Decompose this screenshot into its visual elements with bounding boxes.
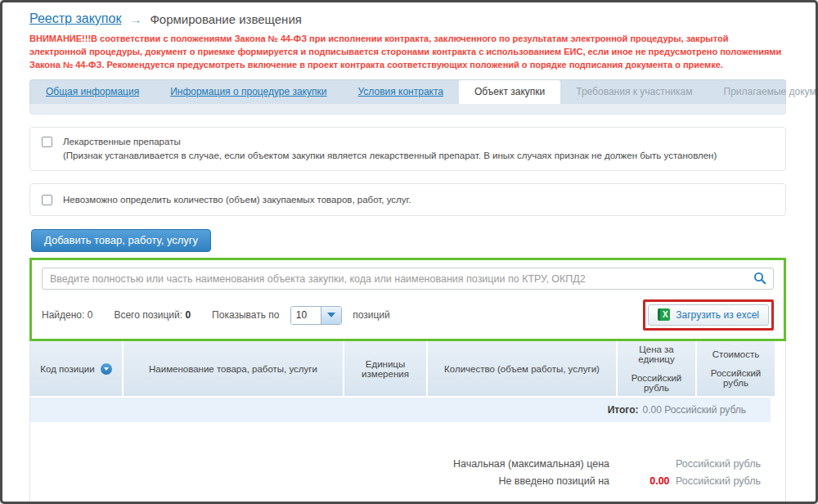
column-header-position-code: Код позиции bbox=[30, 341, 122, 396]
column-header-units: Единицы измерения bbox=[344, 341, 426, 396]
tab-contract-terms[interactable]: Условия контракта bbox=[343, 80, 460, 104]
unknown-quantity-label: Невозможно определить количество (объем)… bbox=[63, 193, 411, 207]
tab-procedure-info[interactable]: Информация о процедуре закупки bbox=[155, 80, 342, 104]
initial-max-price-currency: Российский рубль bbox=[609, 458, 761, 470]
page-size-control: Показывать по 10 позиций bbox=[212, 306, 390, 325]
not-entered-value-wrap: 0.00 Российский рубль bbox=[609, 475, 761, 487]
unknown-quantity-panel: Невозможно определить количество (объем)… bbox=[29, 183, 786, 216]
position-code-label: Код позиции bbox=[40, 364, 94, 374]
unknown-quantity-checkbox[interactable] bbox=[42, 195, 52, 205]
found-label: Найдено: bbox=[42, 309, 84, 321]
tab-bar: Общая информация Информация о процедуре … bbox=[29, 79, 786, 104]
search-icon[interactable] bbox=[753, 272, 766, 288]
page-size-select[interactable]: 10 bbox=[290, 306, 342, 325]
tab-participant-requirements: Требования к участникам bbox=[560, 80, 708, 104]
positions-table-panel: Код позиции Наименование товара, работы,… bbox=[29, 341, 786, 504]
breadcrumb: Реестр закупок → Формирование извещения bbox=[29, 11, 786, 26]
drug-flag-panel: Лекарственные препараты (Признак устанав… bbox=[29, 127, 786, 172]
price-summary: Начальная (максимальная) цена Российский… bbox=[30, 422, 785, 504]
load-from-excel-button[interactable]: X Загрузить из excel bbox=[648, 304, 769, 326]
column-header-quantity: Количество (объем работы, услуги) bbox=[428, 341, 616, 396]
tab-bar-strip bbox=[29, 104, 786, 115]
add-item-button[interactable]: Добавить товар, работу, услугу bbox=[31, 229, 211, 252]
initial-max-price-label: Начальная (максимальная) цена bbox=[453, 458, 609, 470]
cost-label: Стоимость bbox=[712, 349, 760, 359]
breadcrumb-arrow-icon: → bbox=[129, 12, 142, 26]
cost-currency: Российский рубль bbox=[702, 368, 770, 388]
search-input[interactable] bbox=[42, 268, 774, 290]
total-value: 0.00 Российский рубль bbox=[643, 404, 747, 416]
page-size-value: 10 bbox=[291, 307, 321, 324]
found-value: 0 bbox=[88, 309, 93, 321]
not-entered-label: Не введено позиций на bbox=[498, 475, 609, 487]
drug-flag-label: Лекарственные препараты bbox=[63, 135, 717, 149]
not-entered-amount: 0.00 bbox=[649, 475, 669, 487]
not-entered-currency: Российский рубль bbox=[676, 475, 761, 487]
drug-flag-note: (Признак устанавливается в случае, если … bbox=[63, 149, 717, 163]
annotation-red-box: X Загрузить из excel bbox=[643, 299, 774, 331]
app-window: Реестр закупок → Формирование извещения … bbox=[0, 0, 818, 504]
tab-attached-documents: Прилагаемые документы bbox=[708, 80, 818, 104]
not-entered-row: Не введено позиций на 0.00 Российский ру… bbox=[55, 475, 761, 487]
total-positions: Всего позиций: 0 bbox=[114, 309, 191, 321]
total-positions-label: Всего позиций: bbox=[114, 309, 182, 321]
attention-warning-text: ВНИМАНИЕ!!!В соответствии с положениями … bbox=[29, 33, 786, 72]
table-header-row: Код позиции Наименование товара, работы,… bbox=[30, 341, 766, 396]
total-positions-value: 0 bbox=[185, 309, 191, 321]
tab-purchase-object[interactable]: Объект закупки bbox=[459, 80, 560, 104]
tab-general-info[interactable]: Общая информация bbox=[30, 80, 155, 104]
total-label: Итого: bbox=[608, 404, 639, 416]
column-header-cost: Стоимость Российский рубль bbox=[697, 341, 775, 396]
chevron-down-icon bbox=[327, 313, 335, 317]
page-content: Реестр закупок → Формирование извещения … bbox=[2, 2, 816, 504]
breadcrumb-link-registry[interactable]: Реестр закупок bbox=[29, 11, 121, 26]
sort-icon[interactable] bbox=[101, 363, 112, 375]
drug-flag-text: Лекарственные препараты (Признак устанав… bbox=[63, 135, 717, 164]
unit-price-label: Цена за единицу bbox=[622, 344, 690, 364]
search-bar bbox=[42, 268, 774, 290]
column-header-item-name: Наименование товара, работы, услуги bbox=[124, 341, 343, 396]
found-count: Найдено: 0 bbox=[42, 309, 92, 321]
load-from-excel-label: Загрузить из excel bbox=[676, 309, 759, 321]
initial-max-price-row: Начальная (максимальная) цена Российский… bbox=[55, 458, 761, 470]
page-title: Формирование извещения bbox=[150, 12, 301, 26]
column-header-unit-price: Цена за единицу Российский рубль bbox=[618, 341, 695, 396]
excel-icon: X bbox=[658, 308, 670, 321]
annotation-green-box: Найдено: 0 Всего позиций: 0 Показывать п… bbox=[29, 258, 786, 341]
results-controls-row: Найдено: 0 Всего позиций: 0 Показывать п… bbox=[42, 299, 774, 331]
page-size-dropdown-button[interactable] bbox=[321, 307, 341, 324]
positions-label: позиций bbox=[353, 308, 390, 320]
unit-price-currency: Российский рубль bbox=[622, 373, 690, 393]
table-total-row: Итого: 0.00 Российский рубль bbox=[30, 398, 771, 422]
drug-flag-checkbox[interactable] bbox=[42, 137, 52, 147]
show-per-page-label: Показывать по bbox=[212, 308, 279, 320]
